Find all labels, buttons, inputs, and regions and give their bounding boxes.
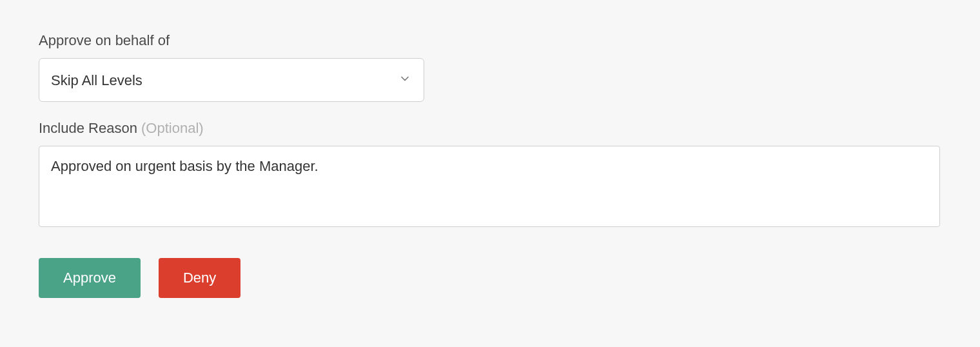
reason-group: Include Reason (Optional) — [39, 120, 941, 230]
deny-button[interactable]: Deny — [159, 258, 240, 298]
approve-behalf-group: Approve on behalf of Skip All Levels — [39, 32, 941, 102]
reason-label: Include Reason (Optional) — [39, 120, 941, 137]
reason-optional-hint: (Optional) — [141, 120, 204, 136]
actions-row: Approve Deny — [39, 258, 941, 298]
approve-behalf-select-wrap: Skip All Levels — [39, 58, 424, 102]
reason-textarea[interactable] — [39, 146, 940, 227]
approve-button[interactable]: Approve — [39, 258, 141, 298]
reason-label-text: Include Reason — [39, 120, 141, 136]
approve-behalf-select[interactable]: Skip All Levels — [39, 58, 424, 102]
approve-behalf-label: Approve on behalf of — [39, 32, 941, 49]
